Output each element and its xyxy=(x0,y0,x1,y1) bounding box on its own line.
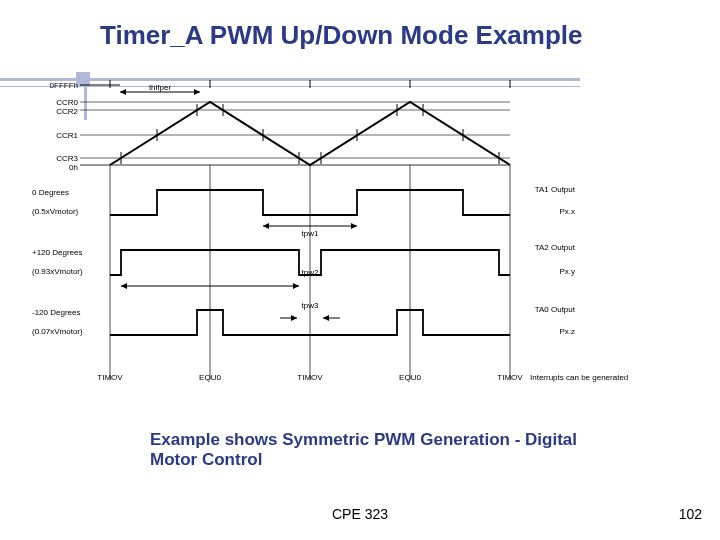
label-pxy: Px.y xyxy=(559,267,575,276)
label-ccr3: CCR3 xyxy=(56,154,78,163)
counter-plot: 0FFFFh thlfper xyxy=(50,80,510,172)
int-1: EQU0 xyxy=(199,373,221,382)
svg-marker-38 xyxy=(291,315,297,321)
pwm-row-ta0: -120 Degrees (0.07xVmotor) tpw3 TA0 Outp… xyxy=(32,301,576,336)
slide-title-area: Timer_A PWM Up/Down Mode Example xyxy=(0,20,720,57)
interrupt-row: TIMOV EQU0 TIMOV EQU0 TIMOV Interrupts c… xyxy=(97,373,628,382)
label-ccr0: CCR0 xyxy=(56,98,78,107)
pwm-row-ta2: +120 Degrees (0.93xVmotor) tpw2 TA2 Outp… xyxy=(32,243,576,289)
label-thlfper: thlfper xyxy=(149,83,172,92)
timing-diagram: 0FFFFh thlfper xyxy=(20,80,700,420)
label-ta2: TA2 Output xyxy=(535,243,576,252)
label-ta1: TA1 Output xyxy=(535,185,576,194)
pwm-row-ta1: 0 Degrees (0.5xVmotor) tpw1 TA1 Output P… xyxy=(32,185,576,238)
slide-caption: Example shows Symmetric PWM Generation -… xyxy=(150,430,600,469)
svg-marker-7 xyxy=(120,89,126,95)
label-ta0: TA0 Output xyxy=(535,305,576,314)
label-vm-120: (0.93xVmotor) xyxy=(32,267,83,276)
int-4: TIMOV xyxy=(497,373,523,382)
label-0ffffh: 0FFFFh xyxy=(50,81,78,90)
label-ccr2: CCR2 xyxy=(56,107,78,116)
footer-page-number: 102 xyxy=(679,506,702,522)
svg-marker-8 xyxy=(194,89,200,95)
svg-marker-33 xyxy=(351,223,357,229)
label-pxx: Px.x xyxy=(559,207,575,216)
slide-title: Timer_A PWM Up/Down Mode Example xyxy=(0,20,720,57)
int-0: TIMOV xyxy=(97,373,123,382)
label-tpw2: tpw2 xyxy=(302,268,319,277)
svg-marker-40 xyxy=(323,315,329,321)
svg-marker-32 xyxy=(263,223,269,229)
label-deg-120: +120 Degrees xyxy=(32,248,82,257)
label-tpw1: tpw1 xyxy=(302,229,319,238)
svg-marker-36 xyxy=(293,283,299,289)
label-vm-n120: (0.07xVmotor) xyxy=(32,327,83,336)
label-deg-n120: -120 Degrees xyxy=(32,308,80,317)
int-2: TIMOV xyxy=(297,373,323,382)
footer-course: CPE 323 xyxy=(0,506,720,522)
label-deg-0: 0 Degrees xyxy=(32,188,69,197)
label-vm-0: (0.5xVmotor) xyxy=(32,207,79,216)
label-pxz: Px.z xyxy=(559,327,575,336)
int-note: Interrupts can be generated xyxy=(530,373,628,382)
label-ccr1: CCR1 xyxy=(56,131,78,140)
int-3: EQU0 xyxy=(399,373,421,382)
svg-marker-35 xyxy=(121,283,127,289)
label-tpw3: tpw3 xyxy=(302,301,319,310)
label-0h: 0h xyxy=(69,163,78,172)
